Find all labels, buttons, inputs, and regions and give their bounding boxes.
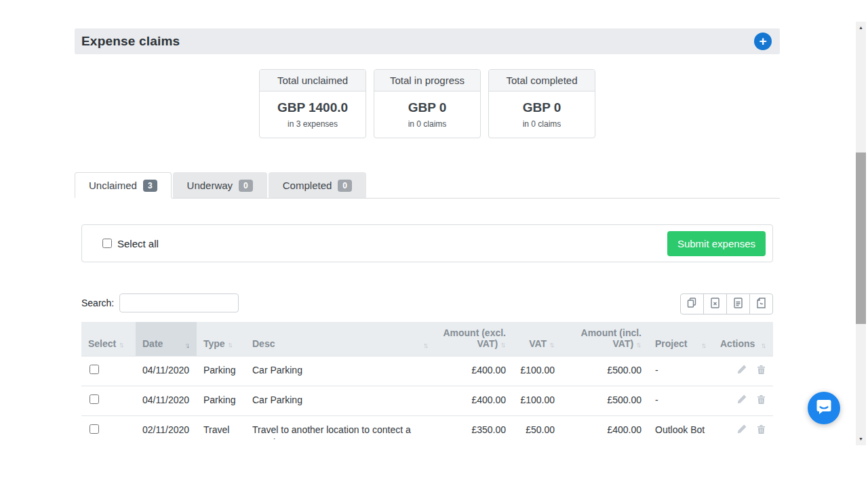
tab-count-badge: 0 (239, 180, 253, 192)
expense-claims-page: Expense claims + Total unclaimed GBP 140… (75, 28, 780, 439)
column-header-date[interactable]: Date ↑↓ (136, 322, 197, 357)
bulk-actions-panel: Select all Submit expenses (81, 224, 773, 262)
row-type: Parking (197, 386, 245, 416)
row-project: - (648, 386, 713, 416)
tab-unclaimed[interactable]: Unclaimed 3 (75, 172, 172, 198)
card-label: Total unclaimed (260, 70, 366, 92)
row-type: Travel (197, 416, 245, 440)
card-label: Total completed (489, 70, 595, 92)
csv-file-icon (734, 298, 743, 310)
row-actions (713, 386, 773, 416)
row-amount-excl: £400.00 (435, 386, 513, 416)
tab-completed[interactable]: Completed 0 (269, 172, 366, 198)
table-toolbar: Search: (81, 293, 773, 317)
card-value: GBP 0 (489, 92, 595, 117)
row-date: 04/11/2020 (136, 386, 197, 416)
tab-label: Unclaimed (89, 180, 137, 191)
claims-tabs: Unclaimed 3 Underway 0 Completed 0 (75, 172, 780, 199)
row-checkbox[interactable] (90, 394, 99, 404)
search-label: Search: (81, 298, 114, 308)
row-select-cell (81, 357, 136, 386)
card-subtext: in 3 expenses (260, 117, 366, 138)
copy-icon (687, 298, 697, 310)
edit-pencil-icon[interactable] (736, 394, 747, 408)
column-header-desc[interactable]: Desc ↑↓ (245, 322, 435, 357)
delete-trash-icon[interactable] (756, 424, 766, 438)
row-actions (713, 416, 773, 440)
tab-count-badge: 3 (143, 180, 157, 192)
card-total-in-progress: Total in progress GBP 0 in 0 claims (374, 69, 481, 138)
row-select-cell (81, 416, 136, 440)
scroll-up-icon[interactable]: ▲ (856, 23, 866, 33)
column-header-vat[interactable]: VAT ↑↓ (513, 322, 561, 357)
select-all-control[interactable]: Select all (102, 238, 159, 249)
expenses-table: Select ↑↓ Date ↑↓ Type ↑↓ Desc ↑↓ Amount… (81, 322, 773, 439)
row-project: - (648, 357, 713, 386)
search-control: Search: (81, 293, 239, 312)
export-copy-button[interactable] (680, 293, 704, 314)
pdf-file-icon (757, 298, 766, 310)
tab-label: Completed (283, 180, 332, 191)
chat-launcher-button[interactable] (808, 392, 840, 424)
table-header-row: Select ↑↓ Date ↑↓ Type ↑↓ Desc ↑↓ Amount… (81, 322, 773, 357)
export-csv-button[interactable] (726, 293, 750, 314)
table-row: 04/11/2020 Parking Car Parking £400.00 £… (81, 386, 773, 416)
edit-pencil-icon[interactable] (736, 424, 747, 438)
row-amount-incl: £500.00 (561, 357, 648, 386)
select-all-label: Select all (117, 238, 159, 249)
sort-icon: ↑↓ (119, 340, 124, 348)
excel-file-icon (711, 298, 719, 310)
search-input[interactable] (119, 293, 239, 312)
sort-icon: ↑↓ (549, 340, 555, 348)
delete-trash-icon[interactable] (756, 394, 766, 408)
summary-cards: Total unclaimed GBP 1400.0 in 3 expenses… (75, 69, 780, 138)
scroll-down-icon[interactable]: ▼ (856, 434, 866, 444)
column-header-type[interactable]: Type ↑↓ (197, 322, 245, 357)
edit-pencil-icon[interactable] (736, 364, 747, 378)
row-amount-excl: £400.00 (435, 357, 513, 386)
scrollbar-thumb[interactable] (856, 152, 866, 324)
sort-icon: ↑↓ (761, 341, 766, 349)
sort-icon: ↑↓ (423, 341, 429, 349)
column-header-project[interactable]: Project ↑↓ (648, 322, 713, 357)
column-header-select[interactable]: Select ↑↓ (81, 322, 136, 357)
sort-icon: ↑↓ (636, 340, 642, 348)
row-date: 04/11/2020 (136, 357, 197, 386)
export-buttons (680, 293, 773, 314)
add-expense-button[interactable]: + (754, 33, 772, 50)
card-subtext: in 0 claims (374, 117, 480, 138)
row-desc: Car Parking (245, 386, 435, 416)
card-label: Total in progress (374, 70, 480, 92)
row-select-cell (81, 386, 136, 416)
submit-expenses-button[interactable]: Submit expenses (667, 231, 766, 256)
card-total-unclaimed: Total unclaimed GBP 1400.0 in 3 expenses (259, 69, 366, 138)
vertical-scrollbar[interactable]: ▲ ▼ (856, 22, 866, 445)
row-project: Outlook Bot (648, 416, 713, 440)
sort-icon: ↑↓ (701, 341, 707, 349)
page-title: Expense claims (81, 34, 180, 49)
card-total-completed: Total completed GBP 0 in 0 claims (488, 69, 595, 138)
export-excel-button[interactable] (703, 293, 727, 314)
row-desc: Travel to another location to contect a … (245, 416, 435, 440)
plus-icon: + (759, 34, 766, 48)
row-date: 02/11/2020 (136, 416, 197, 440)
column-header-amount-incl-vat[interactable]: Amount (incl. VAT) ↑↓ (561, 322, 648, 357)
export-pdf-button[interactable] (749, 293, 773, 314)
tab-underway[interactable]: Underway 0 (173, 172, 267, 198)
select-all-checkbox[interactable] (102, 239, 112, 248)
sort-icon: ↑↓ (500, 340, 506, 348)
row-vat: £50.00 (513, 416, 561, 440)
column-header-amount-excl-vat[interactable]: Amount (excl. VAT) ↑↓ (435, 322, 513, 357)
sort-icon-active: ↑↓ (184, 341, 190, 349)
delete-trash-icon[interactable] (756, 364, 766, 378)
row-checkbox[interactable] (90, 424, 99, 434)
row-vat: £100.00 (513, 357, 561, 386)
card-value: GBP 1400.0 (260, 92, 366, 117)
chat-bubble-icon (815, 398, 833, 418)
row-type: Parking (197, 357, 245, 386)
card-value: GBP 0 (374, 92, 480, 117)
row-amount-incl: £500.00 (561, 386, 648, 416)
sort-icon: ↑↓ (228, 340, 233, 348)
column-header-actions[interactable]: Actions ↑↓ (713, 322, 773, 357)
row-checkbox[interactable] (90, 365, 99, 374)
